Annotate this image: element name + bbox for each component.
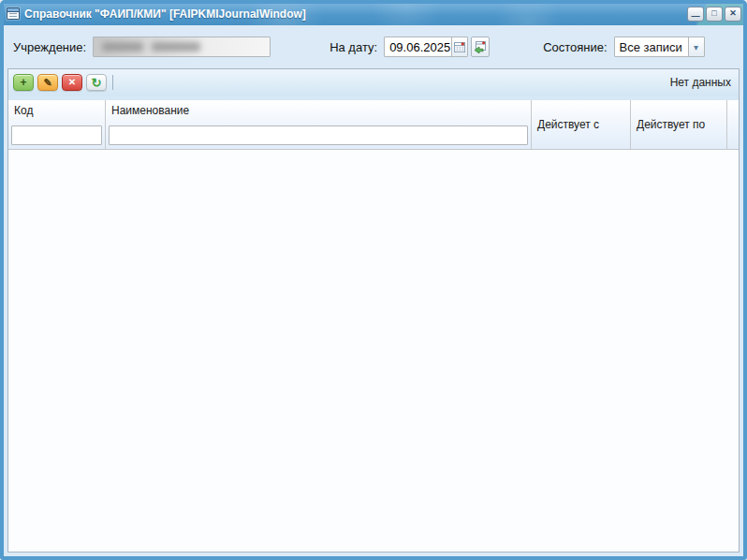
date-field [384,37,468,57]
pencil-icon: ✎ [43,78,51,88]
grid-header: Код Наименование Действует с Действует п… [8,96,739,150]
filter-form: Учреждение: На дату: [7,29,740,65]
toolbar-separator [112,75,113,90]
window-controls: — □ ✕ [687,7,741,22]
set-current-date-button[interactable] [471,37,490,57]
state-combobox-value: Все записи [615,37,688,56]
state-combobox[interactable]: Все записи ▾ [614,37,705,57]
window-title: Справочник "ФАИП/КМИ" [FAIPKMIJournalWin… [24,7,306,21]
column-label: Код [8,100,105,117]
app-window: Справочник "ФАИП/КМИ" [FAIPKMIJournalWin… [0,0,747,560]
column-header-deystvuet-po[interactable]: Действует по [631,100,727,149]
chevron-down-icon: ▾ [688,37,704,56]
record-count-status: Нет данных [670,76,734,89]
date-input[interactable] [385,37,451,56]
column-label: Действует по [631,118,705,131]
close-icon: ✕ [729,9,737,18]
refresh-button[interactable]: ↻ [86,74,107,91]
redacted-value [152,42,200,52]
window-body: Учреждение: На дату: [4,25,743,556]
grid-toolbar: + ✎ ✕ ↻ Нет данных [8,69,739,96]
add-button[interactable]: + [13,74,34,91]
institution-label: Учреждение: [13,40,86,54]
delete-icon: ✕ [68,78,76,87]
edit-button[interactable]: ✎ [37,74,58,91]
date-picker-trigger[interactable] [451,37,467,56]
header-spacer [727,100,739,149]
minimize-icon: — [692,12,700,21]
grid-body [8,150,739,552]
close-button[interactable]: ✕ [725,7,741,22]
state-label: Состояние: [543,40,607,54]
column-label: Действует с [532,118,599,131]
minimize-button[interactable]: — [687,7,704,22]
refresh-icon: ↻ [92,77,102,89]
calendar-icon [454,41,466,53]
journal-grid-panel: + ✎ ✕ ↻ Нет данных Код Наименование Дейс… [7,68,740,553]
plus-icon: + [20,77,26,88]
journal-icon [7,7,20,20]
column-label: Наименование [106,100,531,117]
maximize-icon: □ [711,9,716,18]
institution-field [93,37,271,57]
date-label: На дату: [330,40,377,54]
calendar-arrow-icon [474,40,487,53]
window-titlebar[interactable]: Справочник "ФАИП/КМИ" [FAIPKMIJournalWin… [4,4,743,25]
column-header-deystvuet-s[interactable]: Действует с [532,100,631,149]
column-header-naimenovanie[interactable]: Наименование [106,100,532,149]
filter-input-naimenovanie[interactable] [109,125,528,145]
maximize-button[interactable]: □ [706,7,723,22]
redacted-value [102,42,143,52]
delete-button[interactable]: ✕ [62,74,82,91]
column-header-kod[interactable]: Код [8,100,106,149]
filter-input-kod[interactable] [11,125,102,145]
